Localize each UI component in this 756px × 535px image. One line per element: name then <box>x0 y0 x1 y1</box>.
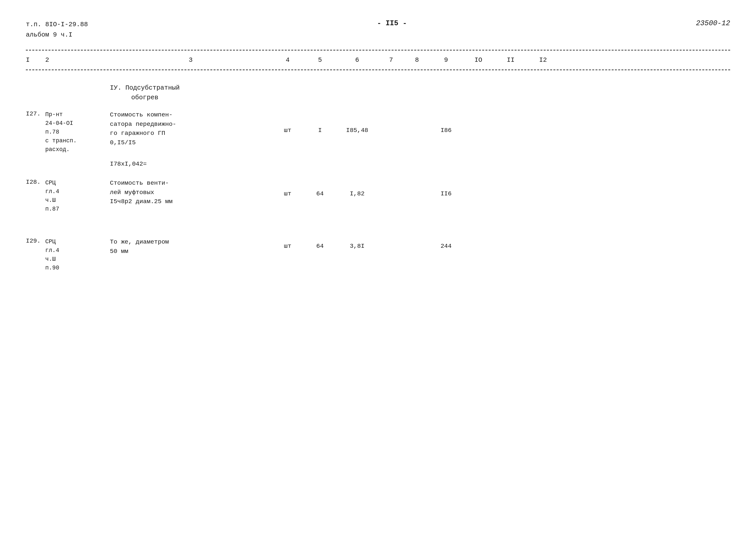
row-col8-127 <box>404 109 430 127</box>
row-qty-128: 64 <box>304 177 336 197</box>
col-header-2: 2 <box>45 56 110 64</box>
row-col10-127 <box>462 109 495 127</box>
column-headers: I 2 3 4 5 6 7 8 9 IO II I2 <box>26 53 730 67</box>
row-col10-129 <box>462 236 495 242</box>
bottom-divider <box>26 70 730 70</box>
row-qty-129: 64 <box>304 236 336 250</box>
row-col11-129 <box>495 236 527 242</box>
row-ref-127: Пр-нт 24-04-ОI п.78 с трансп. расход. <box>45 109 110 154</box>
col-header-9: 9 <box>430 56 462 64</box>
row-total-127: I86 <box>430 109 462 134</box>
row-qty-127: I <box>304 109 336 134</box>
row-total-128: II6 <box>430 177 462 197</box>
table-row: I27. Пр-нт 24-04-ОI п.78 с трансп. расхо… <box>26 109 730 154</box>
row-col12-129 <box>527 236 559 242</box>
col-header-11: II <box>495 56 527 64</box>
document-number: 23500-12 <box>696 19 730 27</box>
formula-127: I78хI,042= <box>110 160 730 168</box>
spacer-128 <box>26 220 730 230</box>
table-row: I28. СРЦ гл.4 ч.Ш п.87 Стоимость венти- … <box>26 177 730 213</box>
col-header-10: IO <box>462 56 495 64</box>
col-header-5: 5 <box>304 56 336 64</box>
col-header-3: 3 <box>110 56 272 64</box>
table-row: I29. СРЦ гл.4 ч.Ш п.90 То же, диаметром … <box>26 236 730 272</box>
header-left: т.п. 8IO-I-29.88 альбом 9 ч.I <box>26 19 88 40</box>
col-header-6: 6 <box>336 56 378 64</box>
row-col12-128 <box>527 177 559 190</box>
row-col8-129 <box>404 236 430 242</box>
col-header-7: 7 <box>378 56 404 64</box>
row-unit-128: шт <box>272 177 304 197</box>
row-col8-128 <box>404 177 430 190</box>
header: т.п. 8IO-I-29.88 альбом 9 ч.I - II5 - 23… <box>26 19 730 40</box>
row-number-128: I28. <box>26 177 45 186</box>
row-total-129: 244 <box>430 236 462 250</box>
page: т.п. 8IO-I-29.88 альбом 9 ч.I - II5 - 23… <box>26 19 730 516</box>
section-title: IУ. Подсубстратныйобогрев <box>26 83 730 102</box>
row-col7-127 <box>378 109 404 127</box>
album-ref: альбом 9 ч.I <box>26 30 88 40</box>
col-header-12: I2 <box>527 56 559 64</box>
row-col7-128 <box>378 177 404 190</box>
row-desc-129: То же, диаметром 50 мм <box>110 236 272 256</box>
row-price-129: 3,8I <box>336 236 378 250</box>
row-col11-127 <box>495 109 527 127</box>
row-desc-127: Стоимость компен- сатора передвижно- го … <box>110 109 272 147</box>
section-number: IУ. <box>110 84 122 92</box>
row-number-129: I29. <box>26 236 45 244</box>
row-ref-128: СРЦ гл.4 ч.Ш п.87 <box>45 177 110 213</box>
row-unit-129: шт <box>272 236 304 250</box>
page-number: - II5 - <box>377 19 407 27</box>
top-divider <box>26 50 730 50</box>
col-header-4: 4 <box>272 56 304 64</box>
row-col12-127 <box>527 109 559 127</box>
row-desc-128: Стоимость венти- лей муфтовых I5ч8р2 диа… <box>110 177 272 206</box>
row-ref-129: СРЦ гл.4 ч.Ш п.90 <box>45 236 110 272</box>
row-col7-129 <box>378 236 404 242</box>
row-col11-128 <box>495 177 527 190</box>
col-header-1: I <box>26 56 45 64</box>
section-title-text: IУ. Подсубстратныйобогрев <box>110 83 180 102</box>
col-header-8: 8 <box>404 56 430 64</box>
row-number-127: I27. <box>26 109 45 117</box>
document-ref: т.п. 8IO-I-29.88 <box>26 19 88 30</box>
row-col10-128 <box>462 177 495 190</box>
row-unit-127: шт <box>272 109 304 134</box>
row-price-128: I,82 <box>336 177 378 197</box>
row-price-127: I85,48 <box>336 109 378 134</box>
